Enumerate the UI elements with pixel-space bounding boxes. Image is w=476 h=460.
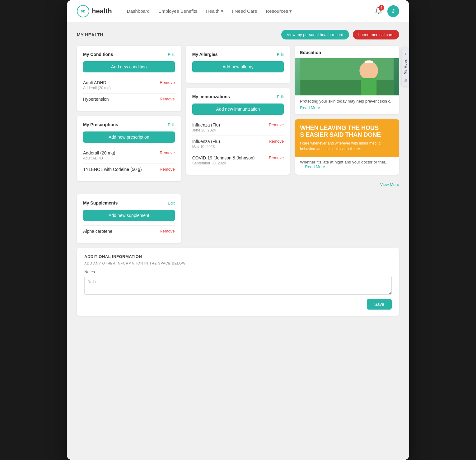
- conditions-edit[interactable]: Edit: [168, 52, 175, 57]
- orange-sub: t care whenever and wherever with minor …: [300, 140, 394, 152]
- immunization-date-2: September 30, 2020: [192, 161, 255, 165]
- nav-employee-benefits[interactable]: Employee Benefits: [158, 8, 197, 14]
- immunization-date-1: May 10, 2023: [192, 145, 220, 149]
- prescription-remove-0[interactable]: Remove: [160, 150, 175, 155]
- education-desc-1: Protecting your skin today may help prev…: [295, 95, 399, 105]
- supplement-item-0: Alpha carotene Remove: [83, 225, 175, 237]
- education-read-more-2[interactable]: Read More: [300, 164, 394, 173]
- immunization-remove-1[interactable]: Remove: [269, 139, 284, 144]
- immunization-remove-0[interactable]: Remove: [269, 122, 284, 127]
- nav-health[interactable]: Health ▾: [206, 8, 223, 14]
- nav-dashboard[interactable]: Dashboard: [127, 8, 150, 14]
- allergies-card: My Allergies Edit Add new allergy: [186, 46, 290, 83]
- side-panel: ‹ My Apps ⊞: [402, 47, 409, 86]
- logo[interactable]: sb health: [77, 5, 112, 17]
- add-immunization-button[interactable]: Add new immunization: [192, 104, 284, 115]
- supplements-header: My Supplements Edit: [83, 200, 175, 205]
- orange-bottom: Whether it's late at night and your doct…: [295, 157, 399, 175]
- page-header: MY HEALTH View my personal health record…: [77, 30, 399, 39]
- allergies-header: My Allergies Edit: [192, 52, 284, 57]
- supplement-name-0: Alpha carotene: [83, 229, 112, 234]
- condition-remove-1[interactable]: Remove: [160, 97, 175, 101]
- add-condition-button[interactable]: Add new condition: [83, 61, 175, 72]
- nav-resources[interactable]: Resources ▾: [266, 8, 292, 14]
- supplements-edit[interactable]: Edit: [168, 201, 175, 205]
- svg-rect-5: [365, 61, 373, 63]
- notification-badge: 4: [379, 5, 384, 11]
- prescription-item-1: TYLENOL with Codeine (50 g) Remove: [83, 163, 175, 175]
- immunizations-title: My Immunizations: [192, 94, 230, 99]
- prescription-sub-0: Adult ADHD: [83, 156, 115, 160]
- immunization-remove-2[interactable]: Remove: [269, 155, 284, 160]
- notes-label: Notes: [84, 269, 392, 274]
- nav-i-need-care[interactable]: I Need Care: [232, 8, 257, 14]
- notes-textarea[interactable]: [84, 276, 392, 295]
- prescriptions-title: My Prescriptions: [83, 122, 118, 127]
- add-supplement-button[interactable]: Add new supplement: [83, 210, 175, 221]
- main-grid: My Conditions Edit Add new condition Adu…: [77, 46, 399, 189]
- supplements-empty-mid: [186, 194, 290, 243]
- logo-icon: sb: [77, 5, 89, 17]
- supplement-remove-0[interactable]: Remove: [160, 229, 175, 233]
- education-image-1: [295, 58, 399, 95]
- prescriptions-card: My Prescriptions Edit Add new prescripti…: [77, 116, 181, 181]
- condition-sub-0: Adderall (20 mg): [83, 86, 111, 90]
- page-title: MY HEALTH: [77, 32, 103, 37]
- allergies-title: My Allergies: [192, 52, 218, 57]
- save-button[interactable]: Save: [367, 299, 392, 310]
- add-prescription-button[interactable]: Add new prescription: [83, 131, 175, 143]
- condition-item-0: Adult ADHD Adderall (20 mg) Remove: [83, 77, 175, 93]
- conditions-header: My Conditions Edit: [83, 52, 175, 57]
- svg-rect-3: [361, 78, 377, 95]
- right-column: Education Protecting your skin today ma: [295, 46, 399, 189]
- supplements-title: My Supplements: [83, 200, 118, 205]
- condition-name-0: Adult ADHD: [83, 80, 111, 85]
- left-column: My Conditions Edit Add new condition Adu…: [77, 46, 181, 189]
- navbar: sb health Dashboard Employee Benefits He…: [67, 0, 409, 22]
- condition-remove-0[interactable]: Remove: [160, 80, 175, 85]
- immunization-name-1: Influenza (Flu): [192, 139, 220, 144]
- orange-banner: WHEN LEAVING THE HOUS S EASIER SAID THAN…: [295, 119, 399, 157]
- supplements-card: My Supplements Edit Add new supplement A…: [77, 194, 181, 243]
- education-read-more-1[interactable]: Read More: [295, 105, 399, 114]
- view-record-button[interactable]: View my personal health record: [281, 30, 349, 39]
- additional-subtitle: ADD ANY OTHER INFORMATION IN THE SPACE B…: [84, 261, 392, 265]
- avatar[interactable]: J: [387, 5, 399, 17]
- prescriptions-header: My Prescriptions Edit: [83, 122, 175, 127]
- orange-card: WHEN LEAVING THE HOUS S EASIER SAID THAN…: [295, 119, 399, 175]
- supplements-row: My Supplements Edit Add new supplement A…: [77, 194, 399, 243]
- prescription-remove-1[interactable]: Remove: [160, 167, 175, 172]
- side-grid-icon[interactable]: ⊞: [404, 77, 407, 82]
- add-allergy-button[interactable]: Add new allergy: [192, 61, 284, 72]
- condition-name-1: Hypertension: [83, 97, 109, 102]
- orange-desc: Whether it's late at night and your doct…: [300, 160, 394, 164]
- notification-bell[interactable]: 4: [375, 7, 382, 16]
- immunization-name-2: COVID-19 (Johnson & Johnson): [192, 155, 255, 160]
- nav-right: 4 J: [375, 5, 399, 17]
- immunization-date-0: June 28, 2024: [192, 128, 220, 132]
- mid-column: My Allergies Edit Add new allergy My Imm…: [186, 46, 290, 189]
- prescription-name-0: Adderall (20 mg): [83, 150, 115, 155]
- additional-title: ADDITIONAL INFORMATION: [84, 254, 392, 259]
- orange-headline: WHEN LEAVING THE HOUS S EASIER SAID THAN…: [300, 124, 394, 138]
- edu-image-svg: [295, 58, 399, 95]
- prescriptions-edit[interactable]: Edit: [168, 122, 175, 127]
- prescription-name-1: TYLENOL with Codeine (50 g): [83, 167, 142, 172]
- education-card-1: Education Protecting your skin today ma: [295, 46, 399, 114]
- header-buttons: View my personal health record I need me…: [281, 30, 399, 39]
- allergies-edit[interactable]: Edit: [277, 52, 284, 57]
- side-chevron-icon[interactable]: ‹: [405, 51, 406, 56]
- additional-info-section: ADDITIONAL INFORMATION ADD ANY OTHER INF…: [77, 248, 399, 316]
- logo-text: health: [92, 7, 112, 15]
- view-more-link[interactable]: View More: [295, 180, 399, 189]
- conditions-title: My Conditions: [83, 52, 113, 57]
- supplements-empty-right: [295, 194, 399, 243]
- education-title: Education: [295, 46, 399, 55]
- conditions-card: My Conditions Edit Add new condition Adu…: [77, 46, 181, 111]
- condition-item-1: Hypertension Remove: [83, 93, 175, 105]
- immunizations-header: My Immunizations Edit: [192, 94, 284, 99]
- prescription-item-0: Adderall (20 mg) Adult ADHD Remove: [83, 147, 175, 163]
- medical-care-button[interactable]: I need medical care: [353, 30, 399, 39]
- immunizations-card: My Immunizations Edit Add new immunizati…: [186, 88, 290, 175]
- immunizations-edit[interactable]: Edit: [277, 94, 284, 99]
